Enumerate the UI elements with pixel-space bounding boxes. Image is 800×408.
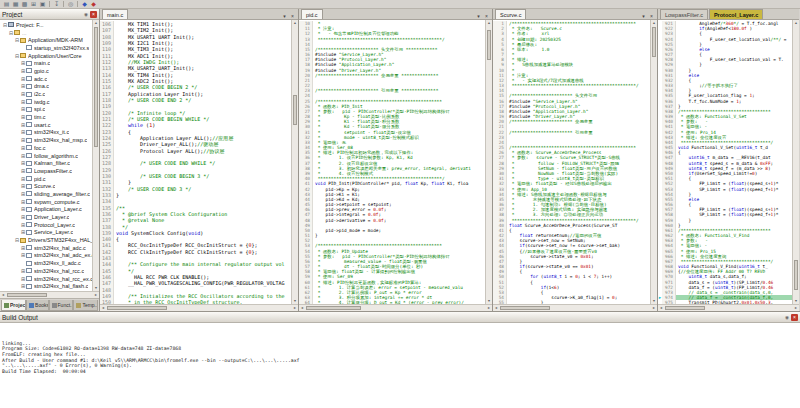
breakpoint-icon[interactable]: ◆ [89,0,98,8]
tree-item[interactable]: ... [0,29,92,37]
print-icon[interactable]: ▣ [38,0,47,8]
tree-item-icon [20,38,26,43]
h-scrollbar[interactable]: ◄ ► [100,304,298,311]
tree-item[interactable]: stm32f4xx_hal_flash.c [0,282,92,290]
v-scrollbar[interactable]: ▲ ▼ [291,20,298,304]
tree-item[interactable]: usart.c [0,121,92,129]
pin-icon[interactable]: ◉ [83,12,89,17]
close-doc-icon[interactable]: × [289,13,296,19]
tree-item[interactable]: adc.c [0,75,92,83]
close-doc-icon[interactable]: × [483,13,490,19]
scroll-thumb[interactable] [665,306,705,310]
scroll-thumb[interactable] [794,260,798,290]
scroll-thumb[interactable] [652,27,656,57]
panel-tab[interactable]: Temp... [73,300,98,311]
v-scrollbar[interactable]: ▲ ▼ [792,20,799,304]
tree-item[interactable]: Kalman_filter.c [0,159,92,167]
h-scrollbar[interactable]: ◄ ► [658,304,799,311]
build-icon[interactable]: ▦ [11,0,20,8]
tree-item[interactable]: gpio.c [0,67,92,75]
tree-item[interactable]: startup_stm32f407xx.s [0,44,92,52]
editor-tab-pid-c[interactable]: pid.c [301,9,323,19]
scroll-thumb[interactable] [293,95,297,125]
scroll-up-icon[interactable]: ▲ [292,20,298,26]
code-editor-main-c[interactable]: 106 MX_TIM1_Init(); 107 MX_TIM2_Init(); … [100,20,291,304]
scroll-thumb[interactable] [7,293,47,297]
tree-item[interactable]: i2c.c [0,90,92,98]
tree-item-label: spi.c [34,106,45,112]
tree-item[interactable]: Protocol_Layer.c [0,221,92,229]
tree-item[interactable]: pid.c [0,175,92,183]
translate-file-icon[interactable]: ▤ [2,0,11,8]
scroll-thumb[interactable] [306,306,361,310]
scroll-up-icon[interactable]: ▲ [651,20,657,26]
scroll-up-icon[interactable]: ▲ [93,20,99,26]
pin-icon[interactable]: ◉ [784,315,790,320]
tree-item[interactable]: Drivers/STM32F4xx_HAL_Driver [0,236,92,244]
tree-item[interactable]: svpwm_compute.c [0,198,92,206]
flash-download-icon[interactable]: ↧ [52,0,61,8]
doc-list-dropdown-icon[interactable]: ▾ [281,13,288,19]
tree-item[interactable]: stm32f4xx_hal_rcc.c [0,267,92,275]
doc-list-dropdown-icon[interactable]: ▾ [640,13,647,19]
v-scrollbar[interactable]: ▲ ▼ [650,20,657,304]
separator[interactable] [49,1,50,7]
tree-item[interactable]: follow_algorithm.c [0,152,92,160]
tree-item[interactable]: stm32f4xx_hal_msp.c [0,136,92,144]
scroll-thumb[interactable] [500,306,550,310]
tree-item[interactable]: Application/User/Core [0,52,92,60]
code-editor-protocol-layer-c[interactable]: 921 AngleDef/*360*/ = T.f_foc.angl 922 i… [658,20,792,304]
tree-item[interactable]: stm32f4xx_it.c [0,129,92,137]
tree-item[interactable]: stm32f4xx_hal_rcc_ex.c [0,275,92,283]
batch-build-icon[interactable]: ⊞ [29,0,38,8]
scroll-up-icon[interactable]: ▲ [486,20,492,26]
close-icon[interactable]: × [90,11,97,18]
tree-item[interactable]: Application_Layer.c [0,206,92,214]
scroll-right-icon[interactable]: ► [93,292,99,298]
h-scrollbar[interactable]: ◄ ► [493,304,657,311]
editor-tab[interactable]: LowpassFilter.c [660,9,708,19]
tree-item[interactable]: LowpassFilter.c [0,167,92,175]
scroll-up-icon[interactable]: ▲ [793,20,799,26]
h-scrollbar[interactable]: ◄ ► [299,304,492,311]
bookmark-icon[interactable]: ◆ [80,0,89,8]
scroll-thumb[interactable] [94,27,98,147]
tree-item[interactable]: stm32f4xx_ll_adc.c [0,259,92,267]
v-scrollbar[interactable]: ▲ ▼ [485,20,492,304]
tree-item[interactable]: dma.c [0,83,92,91]
editor-tab[interactable]: Protocol_Layer.c [709,9,763,19]
panel-tab[interactable]: Project [1,300,26,311]
tree-item[interactable]: foc.c [0,144,92,152]
rebuild-all-icon[interactable]: ▩ [20,0,29,8]
editor-tab-main-c[interactable]: main.c [102,9,128,19]
panel-tab[interactable]: Funct... [49,300,74,311]
tree-item[interactable]: sliding_average_filter.c [0,190,92,198]
project-h-scrollbar[interactable]: ◄ ► [0,291,99,298]
doc-list-dropdown-icon[interactable]: ▾ [475,13,482,19]
find-icon[interactable]: ◎ [66,0,75,8]
tree-item[interactable]: tim.c [0,113,92,121]
project-tree[interactable]: Project: F... ... Application/MDK-ARM st… [0,20,92,291]
close-icon[interactable]: × [791,314,798,321]
tree-item[interactable]: Scurve.c [0,182,92,190]
tree-item[interactable]: iwdg.c [0,98,92,106]
scroll-thumb[interactable] [107,306,167,310]
tree-item[interactable]: stm32f4xx_hal_adc_ex.c [0,252,92,260]
tree-item[interactable]: Driver_Layer.c [0,213,92,221]
tree-item[interactable]: Application/MDK-ARM [0,36,92,44]
close-doc-icon[interactable]: × [648,13,655,19]
code-editor-pid-c[interactable]: 10 * 11 * 注意: 12 * - 包含常规PID控制及置位管理功能 13 [299,20,485,304]
tree-item[interactable]: Project: F... [0,21,92,29]
separator[interactable] [63,1,64,7]
tree-item[interactable]: Service_Layer.c [0,229,92,237]
panel-tab[interactable]: Books [26,300,49,311]
tree-item[interactable]: stm32f4xx_hal_adc.c [0,244,92,252]
separator[interactable] [77,1,78,7]
scroll-left-icon[interactable]: ◄ [0,292,6,298]
tree-item[interactable]: main.c [0,59,92,67]
project-v-scrollbar[interactable]: ▲ ▼ [92,20,99,291]
editor-tab-scurve-c[interactable]: Scurve.c [495,9,526,19]
tree-item[interactable]: spi.c [0,106,92,114]
code-editor-scurve-c[interactable]: 1 /*************************************… [493,20,650,304]
scroll-thumb[interactable] [487,30,491,60]
